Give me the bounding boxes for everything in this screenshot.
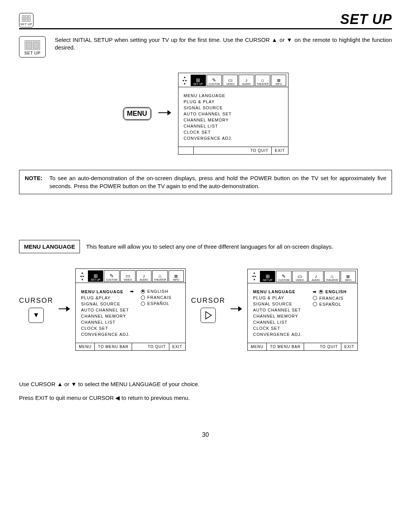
osd-item[interactable]: CHANNEL MEMORY	[253, 313, 306, 319]
osd-item[interactable]: SIGNAL SOURCE	[81, 301, 134, 307]
radio-icon	[313, 296, 317, 300]
osd-item[interactable]: CLOCK SET	[253, 325, 306, 331]
osd-cursor-arrows-icon: ▴ ◂ ▸ ▾	[249, 271, 259, 282]
osd-footer-quit: TO QUIT	[247, 147, 272, 154]
osd-tab-audio[interactable]: ♪AUDIO	[239, 75, 254, 86]
osd-item[interactable]: CHANNEL MEMORY	[184, 117, 284, 123]
osd-item-selected[interactable]: MENU LANGUAGE ➡	[81, 288, 134, 295]
osd-item[interactable]: PLUG & PLAY	[184, 99, 284, 105]
setup-glyph-icon	[25, 40, 40, 50]
osd-footer-menu[interactable]: MENU	[76, 343, 95, 350]
cursor-label: CURSOR	[19, 297, 53, 305]
page-header: SET UP SET UP	[19, 11, 392, 29]
osd-footer-exit[interactable]: EXIT	[272, 147, 288, 154]
pointer-right-icon: ➡	[313, 289, 317, 294]
osd-item[interactable]: PLUG & PLAY	[253, 295, 306, 301]
arrow-right-icon	[158, 108, 171, 120]
osd-item[interactable]: AUTO CHANNEL SET	[253, 307, 306, 313]
osd-footer-exit[interactable]: EXIT	[169, 343, 185, 350]
osd-footer: MENU TO MENU BAR TO QUIT EXIT	[76, 343, 185, 350]
osd-tab-info[interactable]: ≣INFO	[271, 75, 286, 86]
osd-item-label: MENU LANGUAGE	[253, 289, 295, 294]
cursor-down-key[interactable]: ▼	[29, 308, 44, 323]
osd-footer: MENU TO MENU BAR TO QUIT EXIT	[248, 343, 357, 350]
osd-item-label: MENU LANGUAGE	[81, 289, 123, 294]
osd-tab-theater[interactable]: ⌂THEATER	[324, 271, 339, 282]
cursor-down-stack: CURSOR ▼	[19, 297, 53, 323]
osd-item[interactable]: CHANNEL LIST	[184, 123, 284, 129]
lang-label: ENGLISH	[325, 289, 347, 294]
osd-tab-video[interactable]: ▭VIDEO	[292, 271, 307, 282]
osd-main: ▴ ◂ ▸ ▾ ⊞SET UP ✎CUSTOM ▭VIDEO ♪AUDIO ⌂T…	[178, 73, 288, 155]
osd-tab-video[interactable]: ▭VIDEO	[223, 75, 238, 86]
osd-tab-info[interactable]: ≣INFO	[169, 270, 184, 282]
lang-option[interactable]: FRANCAIS	[313, 295, 354, 301]
osd-item[interactable]: SIGNAL SOURCE	[253, 301, 306, 307]
osd-item[interactable]: CLOCK SET	[184, 129, 284, 135]
osd-lang-left: ▴ ◂ ▸ ▾ ⊞SET UP ✎CUSTOM ▭VIDEO ♪AUDIO ⌂T…	[75, 268, 186, 351]
osd-item[interactable]: CHANNEL LIST	[81, 319, 134, 325]
lang-option[interactable]: FRANCAIS	[141, 294, 182, 300]
osd-body: MENU LANGUAGE PLUG & PLAY SIGNAL SOURCE …	[248, 283, 357, 343]
osd-item[interactable]: AUTO CHANNEL SET	[184, 111, 284, 117]
lang-label: FRANCAIS	[319, 296, 344, 300]
osd-tab-custom[interactable]: ✎CUSTOM	[207, 75, 222, 86]
setup-glyph-icon	[22, 15, 30, 22]
osd-tab-custom[interactable]: ✎CUSTOM	[104, 270, 119, 282]
page-title: SET UP	[340, 11, 392, 27]
osd-tab-audio[interactable]: ♪AUDIO	[308, 271, 323, 282]
osd-tab-custom[interactable]: ✎CUSTOM	[276, 271, 291, 282]
osd-tab-setup[interactable]: ⊞SET UP	[88, 270, 103, 282]
radio-selected-icon	[319, 290, 323, 294]
osd-item-selected[interactable]: MENU LANGUAGE	[253, 289, 306, 295]
lang-option[interactable]: ESPAÑOL	[141, 300, 182, 307]
osd-item[interactable]: CLOCK SET	[81, 325, 134, 331]
osd-lang-right: ▴ ◂ ▸ ▾ ⊞SET UP ✎CUSTOM ▭VIDEO ♪AUDIO ⌂T…	[247, 269, 358, 351]
cursor-label: CURSOR	[191, 297, 225, 305]
instruction-line: Use CURSOR ▲ or ▼ to select the MENU LAN…	[19, 377, 392, 391]
setup-icon-med-label: SET UP	[24, 51, 41, 55]
osd-item[interactable]: MENU LANGUAGE	[184, 93, 284, 99]
osd-tab-theater[interactable]: ⌂THEATER	[255, 75, 270, 86]
osd-footer: TO QUIT EXIT	[178, 147, 288, 154]
lang-option[interactable]: ENGLISH	[141, 288, 182, 294]
intro-block: SET UP Select INITIAL SETUP when setting…	[19, 36, 392, 58]
menu-language-desc: This feature will allow you to select an…	[86, 243, 392, 250]
arrow-right-icon	[59, 304, 70, 316]
osd-cursor-arrows-icon: ▴ ◂ ▸ ▾	[180, 75, 190, 86]
osd-language-row: CURSOR ▼ ▴ ◂ ▸ ▾ ⊞SET UP ✎CUSTOM ▭VIDEO …	[19, 268, 392, 351]
osd-footer-exit[interactable]: EXIT	[341, 343, 357, 350]
menu-language-box: MENU LANGUAGE	[19, 240, 80, 253]
osd-item[interactable]: CONVERGENCE ADJ.	[81, 331, 134, 337]
lang-option[interactable]: ESPAÑOL	[313, 301, 354, 307]
intro-text: Select INITIAL SETUP when setting your T…	[55, 36, 392, 52]
osd-item[interactable]: CONVERGENCE ADJ.	[184, 135, 284, 141]
svg-marker-1	[167, 110, 171, 115]
osd-item[interactable]: CHANNEL MEMORY	[81, 313, 134, 319]
lang-label: ESPAÑOL	[147, 301, 169, 306]
menu-button[interactable]: MENU	[123, 107, 151, 120]
osd-item[interactable]: PLUG &PLAY	[81, 295, 134, 301]
osd-tab-audio[interactable]: ♪AUDIO	[136, 270, 151, 282]
osd-tab-theater[interactable]: ⌂THEATER	[152, 270, 167, 282]
osd-footer-menu[interactable]: MENU	[248, 343, 267, 350]
note-text: To see an auto-demonstration of the on-s…	[49, 174, 386, 190]
radio-icon	[141, 302, 145, 306]
osd-tab-setup[interactable]: ⊞SET UP	[260, 271, 275, 282]
osd-footer-menubar: TO MENU BAR	[267, 343, 304, 350]
osd-tab-setup[interactable]: ⊞SET UP	[191, 75, 206, 86]
setup-icon-small-label: SET UP	[20, 22, 32, 26]
note-box: NOTE: To see an auto-demonstration of th…	[19, 170, 392, 194]
osd-item[interactable]: AUTO CHANNEL SET	[81, 307, 134, 313]
cursor-right-key[interactable]	[201, 308, 216, 323]
osd-item[interactable]: CONVERGENCE ADJ.	[253, 331, 306, 337]
osd-item[interactable]: CHANNEL LIST	[253, 319, 306, 325]
instructions: Use CURSOR ▲ or ▼ to select the MENU LAN…	[19, 377, 392, 405]
lang-label: FRANCAIS	[147, 295, 172, 300]
lang-option-selected[interactable]: ➡ ENGLISH	[313, 289, 354, 295]
osd-tab-info[interactable]: ≣INFO	[341, 271, 356, 282]
osd-tab-video[interactable]: ▭VIDEO	[120, 270, 135, 282]
osd-footer-quit: TO QUIT	[317, 343, 341, 350]
osd-item[interactable]: SIGNAL SOURCE	[184, 105, 284, 111]
cursor-right-stack: CURSOR	[191, 297, 225, 323]
